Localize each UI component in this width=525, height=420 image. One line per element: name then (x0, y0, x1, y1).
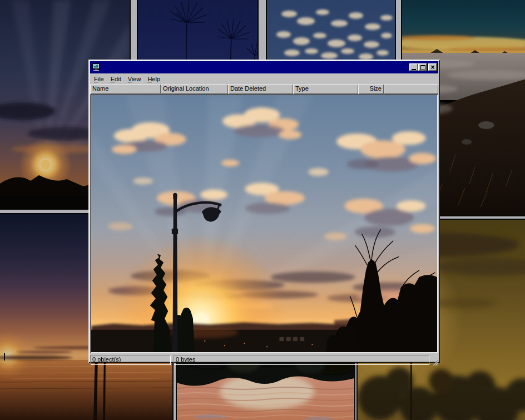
resize-grip[interactable] (431, 358, 438, 365)
close-button[interactable]: × (428, 63, 437, 71)
menu-file[interactable]: File (91, 75, 107, 83)
maximize-icon (420, 65, 425, 70)
menu-bar: File Edit View Help (90, 73, 438, 84)
status-bytes: 0 bytes (174, 355, 429, 365)
column-header-size[interactable]: Size (358, 84, 384, 94)
desktop-collage: × File Edit View Help Name Original Loca… (0, 0, 525, 420)
minimize-button[interactable] (409, 63, 418, 71)
maximize-button[interactable] (418, 63, 427, 71)
column-header-date-deleted[interactable]: Date Deleted (228, 84, 293, 94)
status-objects: 0 object(s) (90, 355, 171, 365)
column-header-original-location[interactable]: Original Location (161, 84, 228, 94)
status-bar: 0 object(s) 0 bytes (90, 354, 438, 365)
column-header-empty[interactable] (384, 84, 438, 94)
close-icon: × (430, 65, 434, 71)
column-header-name[interactable]: Name (90, 84, 161, 94)
menu-edit[interactable]: Edit (107, 75, 125, 83)
computer-icon (92, 63, 101, 72)
column-headers: Name Original Location Date Deleted Type… (90, 84, 438, 94)
column-header-type[interactable]: Type (293, 84, 358, 94)
recycle-bin-window: × File Edit View Help Name Original Loca… (88, 60, 440, 363)
street-lamp-sunset-photo (91, 95, 437, 352)
menu-help[interactable]: Help (144, 75, 164, 83)
file-list-area[interactable] (90, 94, 438, 353)
menu-view[interactable]: View (125, 75, 145, 83)
window-titlebar[interactable]: × (90, 61, 438, 73)
minimize-icon (412, 69, 416, 70)
